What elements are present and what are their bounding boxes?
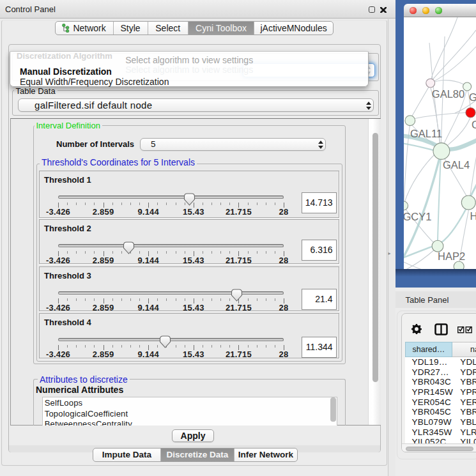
svg-text:C: C — [472, 119, 476, 130]
svg-text:GAL4: GAL4 — [443, 159, 470, 171]
svg-text:GAL11: GAL11 — [410, 128, 442, 139]
svg-text:HAP2: HAP2 — [438, 250, 465, 262]
svg-text:GCY1: GCY1 — [404, 211, 431, 222]
svg-text:H: H — [470, 210, 476, 222]
svg-text:GAL80: GAL80 — [432, 88, 464, 100]
svg-text:G..: G.. — [469, 91, 476, 103]
